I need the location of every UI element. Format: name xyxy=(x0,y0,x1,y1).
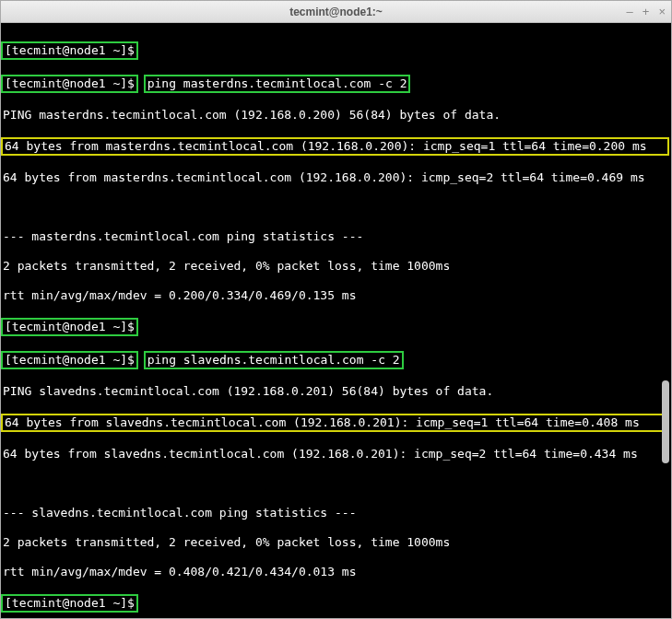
ping-header-1: PING masterdns.tecmintlocal.com (192.168… xyxy=(3,108,669,123)
minimize-button[interactable]: – xyxy=(627,5,633,18)
ping-stats-1c: rtt min/avg/max/mdev = 0.200/0.334/0.469… xyxy=(3,288,669,303)
ping-stats-1a: --- masterdns.tecmintlocal.com ping stat… xyxy=(3,229,669,244)
maximize-button[interactable]: + xyxy=(643,5,650,18)
titlebar[interactable]: tecmint@node1:~ – + × xyxy=(1,1,671,23)
ping-header-2: PING slavedns.tecmintlocal.com (192.168.… xyxy=(3,384,669,399)
ping-stats-2c: rtt min/avg/max/mdev = 0.408/0.421/0.434… xyxy=(3,565,669,579)
close-button[interactable]: × xyxy=(658,5,666,18)
window-controls: – + × xyxy=(627,5,666,18)
prompt-box: [tecmint@node1 ~]$ xyxy=(1,41,138,60)
prompt-box: [tecmint@node1 ~]$ xyxy=(1,594,138,613)
terminal-body[interactable]: [tecmint@node1 ~]$ [tecmint@node1 ~]$ pi… xyxy=(1,23,671,618)
ping-stats-2a: --- slavedns.tecmintlocal.com ping stati… xyxy=(3,506,669,520)
scrollbar[interactable] xyxy=(662,380,669,463)
ping-stats-2b: 2 packets transmitted, 2 received, 0% pa… xyxy=(3,535,669,550)
prompt-box: [tecmint@node1 ~]$ xyxy=(1,318,138,336)
ping-reply-highlight-1: 64 bytes from masterdns.tecmintlocal.com… xyxy=(1,137,669,156)
command-box-1: ping masterdns.tecmintlocal.com -c 2 xyxy=(144,75,411,93)
ping-reply-1b: 64 bytes from masterdns.tecmintlocal.com… xyxy=(3,170,669,185)
command-box-2: ping slavedns.tecmintlocal.com -c 2 xyxy=(144,351,404,369)
ping-stats-1b: 2 packets transmitted, 2 received, 0% pa… xyxy=(3,259,669,274)
prompt-box: [tecmint@node1 ~]$ xyxy=(1,75,138,93)
terminal-window: tecmint@node1:~ – + × [tecmint@node1 ~]$… xyxy=(0,0,672,619)
prompt-box: [tecmint@node1 ~]$ xyxy=(1,351,138,369)
ping-reply-2b: 64 bytes from slavedns.tecmintlocal.com … xyxy=(3,447,669,461)
ping-reply-highlight-2: 64 bytes from slavedns.tecmintlocal.com … xyxy=(1,414,669,432)
window-title: tecmint@node1:~ xyxy=(289,6,383,18)
